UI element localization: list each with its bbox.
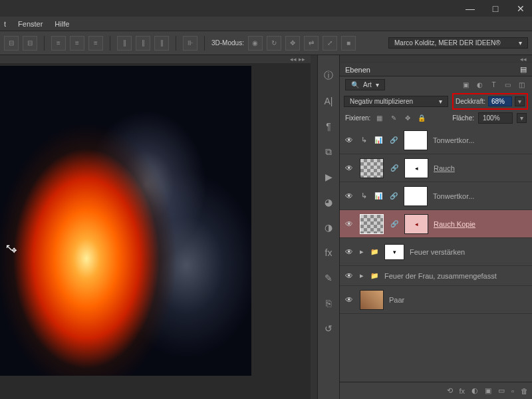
fx-icon[interactable]: fx [460,387,466,395]
canvas[interactable]: ↖✥ [0,66,251,376]
layer-thumb[interactable] [360,158,384,178]
filter-adjust-icon[interactable]: ◐ [475,80,485,90]
filter-img-icon[interactable]: ▣ [461,80,471,90]
visibility-icon[interactable]: 👁 [344,192,354,201]
swatches-icon[interactable]: ◕ [321,195,336,209]
fx-icon[interactable]: fx [321,245,336,260]
fill-input[interactable]: 100% [478,112,513,124]
distribute-icon[interactable]: ≡ [88,36,103,51]
mask-thumb[interactable] [404,130,428,150]
filter-type-icon[interactable]: T [489,80,499,90]
layer-filter-kind[interactable]: 🔍Art▾ [345,79,385,90]
layer-name[interactable]: Tonwertkor... [433,136,528,144]
mask-thumb[interactable]: ▾ [384,244,404,260]
layer-thumb[interactable] [360,214,384,234]
menu-item-window[interactable]: Fenster [18,20,43,28]
scale-icon[interactable]: ⤢ [323,36,337,51]
group-icon[interactable]: ▭ [498,386,505,395]
blend-mode-select[interactable]: Negativ multiplizieren▾ [344,96,448,107]
adjustment-icon[interactable]: ▣ [485,386,491,395]
layer-row[interactable]: 👁 ↳ 📊 🔗 Tonwertkor... [340,126,532,154]
mask-thumb[interactable]: ◂ [404,214,428,234]
mask-thumb[interactable] [404,186,428,206]
minimize-button[interactable]: — [462,3,479,15]
visibility-icon[interactable]: 👁 [344,247,354,257]
clone-icon[interactable]: ⎘ [321,296,336,311]
levels-icon: 📊 [373,135,383,145]
visibility-icon[interactable]: 👁 [344,136,354,145]
mask-thumb[interactable]: ◂ [404,158,428,178]
layers-icon[interactable]: ⧉ [321,144,336,159]
layer-name[interactable]: Rauch Kopie [434,220,528,228]
close-button[interactable]: ✕ [512,3,529,15]
workspace-switcher[interactable]: Marco Kolditz, MEER DER IDEEN®▾ [388,37,528,49]
distribute-icon[interactable]: ≡ [70,36,84,51]
character-icon[interactable]: A| [321,94,336,108]
maximize-button[interactable]: □ [487,3,504,15]
info-icon[interactable]: ⓘ [321,68,336,83]
folder-icon: 📁 [369,271,379,281]
paragraph-icon[interactable]: ¶ [321,119,336,134]
visibility-icon[interactable]: 👁 [344,295,354,305]
canvas-area: ◂◂ ▸▸ ↖✥ [0,55,311,399]
link-icon: 🔗 [389,219,399,229]
lock-position-icon[interactable]: ✥ [402,113,412,123]
layer-row[interactable]: 👁 ▸ 📁 Feuer der Frau, zusammengefasst [340,266,532,286]
layer-name[interactable]: Tonwertkor... [433,192,528,200]
distribute-icon[interactable]: ‖ [154,36,169,51]
opacity-input[interactable] [488,96,512,106]
brush-icon[interactable]: ✎ [321,271,336,285]
new-layer-icon[interactable]: ▫ [511,387,514,395]
align-icon[interactable]: ⊟ [4,36,19,51]
trash-icon[interactable]: 🗑 [521,387,528,395]
panel-tab-layers[interactable]: Ebenen▤ [340,63,532,76]
menu-item[interactable]: t [4,20,6,28]
layer-footer: ⟲ fx ◐ ▣ ▭ ▫ 🗑 [340,382,532,399]
filter-smart-icon[interactable]: ◫ [517,80,527,90]
distribute-icon[interactable]: ‖ [117,36,132,51]
layer-name[interactable]: Feuer verstärken [410,248,528,256]
slide-icon[interactable]: ⇄ [304,36,319,51]
distribute-icon[interactable]: ⊪ [183,36,198,51]
move-cursor-icon: ↖✥ [5,242,19,253]
layer-name[interactable]: Feuer der Frau, zusammengefasst [384,272,528,280]
link-icon: 🔗 [389,163,399,173]
rotate-icon[interactable]: ↻ [267,36,281,51]
play-icon[interactable]: ▶ [321,170,336,184]
layer-row[interactable]: 👁 ▸ 📁 ▾ Feuer verstärken [340,238,532,266]
titlebar: — □ ✕ [0,0,532,17]
sphere-icon[interactable]: ◉ [248,36,263,51]
history-icon[interactable]: ↺ [321,321,336,336]
adjust-icon[interactable]: ◑ [321,220,336,235]
chevron-down-icon[interactable]: ▾ [515,96,525,106]
distribute-icon[interactable]: ‖ [136,36,150,51]
visibility-icon[interactable]: 👁 [344,219,354,229]
chevron-down-icon[interactable]: ▾ [517,113,527,123]
layer-row-selected[interactable]: 👁 🔗 ◂ Rauch Kopie [340,210,532,238]
layer-thumb[interactable] [360,290,384,310]
fill-label: Fläche: [452,114,474,122]
layer-name[interactable]: Paar [389,296,528,304]
dock-strip: ⓘ A| ¶ ⧉ ▶ ◕ ◑ fx ✎ ⎘ ↺ [317,55,340,399]
panel-menu-icon[interactable]: ▤ [520,65,527,74]
camera-icon[interactable]: ■ [341,36,356,51]
layer-row[interactable]: 👁 🔗 ◂ Rauch [340,154,532,182]
lock-paint-icon[interactable]: ✎ [388,113,398,123]
layer-row[interactable]: 👁 ↳ 📊 🔗 Tonwertkor... [340,182,532,210]
filter-shape-icon[interactable]: ▭ [503,80,513,90]
lock-all-icon[interactable]: 🔒 [416,113,426,123]
visibility-icon[interactable]: 👁 [344,164,354,173]
layer-row[interactable]: 👁 Paar [340,286,532,314]
layer-name[interactable]: Rauch [434,164,528,172]
lock-transparency-icon[interactable]: ▦ [374,113,384,123]
disclosure-icon[interactable]: ▸ [360,247,364,256]
mode-3d-label: 3D-Modus: [211,39,244,47]
pan-icon[interactable]: ✥ [285,36,300,51]
mask-icon[interactable]: ◐ [471,386,478,395]
link-layers-icon[interactable]: ⟲ [447,386,453,395]
visibility-icon[interactable]: 👁 [344,271,354,281]
align-icon[interactable]: ⊟ [23,36,37,51]
menu-item-help[interactable]: Hilfe [55,20,69,28]
distribute-icon[interactable]: ≡ [51,36,66,51]
disclosure-icon[interactable]: ▸ [360,271,364,280]
